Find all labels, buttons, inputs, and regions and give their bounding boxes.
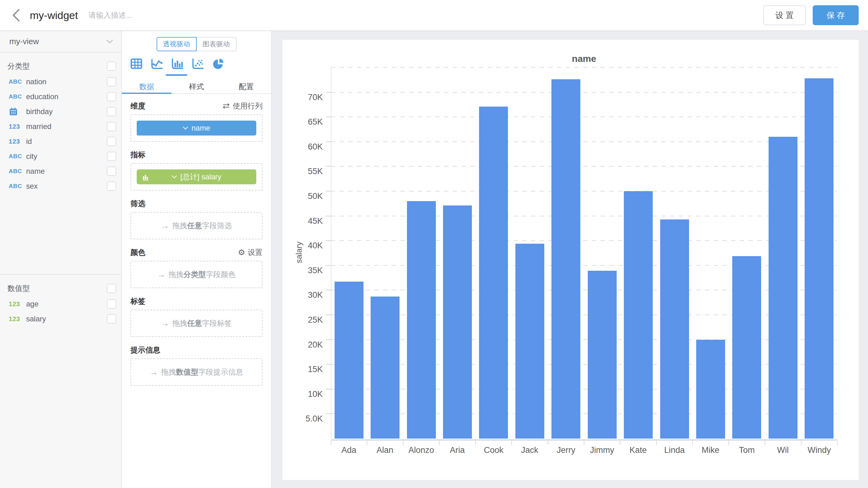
bar-Linda[interactable] (660, 219, 689, 438)
chart-type-table[interactable] (129, 57, 144, 70)
field-row-married[interactable]: 123married (0, 119, 121, 134)
field-row-birthday[interactable]: birthday (0, 104, 121, 119)
field-group: 数值型123age123salary (0, 275, 121, 326)
field-row-education[interactable]: ABCeducation (0, 89, 121, 104)
bar-Jimmy[interactable] (588, 271, 617, 438)
x-tick-label: Windy (801, 446, 837, 455)
mode-chart-driven[interactable]: 图表驱动 (197, 37, 237, 51)
field-row-sex[interactable]: ABCsex (0, 179, 121, 194)
field-row-city[interactable]: ABCcity (0, 149, 121, 164)
color-settings-link[interactable]: ⚙ 设置 (238, 247, 262, 257)
mode-pivot-driven[interactable]: 透视驱动 (157, 37, 197, 51)
field-label: name (26, 167, 107, 176)
field-checkbox[interactable] (107, 107, 116, 116)
text-field-icon: ABC (9, 78, 26, 85)
bar-Ada[interactable] (335, 282, 364, 438)
field-checkbox[interactable] (107, 182, 116, 191)
bar-Alan[interactable] (371, 297, 400, 438)
save-button[interactable]: 保 存 (813, 5, 859, 25)
x-axis-tick (331, 441, 331, 445)
y-gridline (331, 142, 837, 142)
y-tick-label: 20K (285, 340, 323, 349)
x-tick-label: Jack (512, 446, 548, 455)
back-button[interactable] (7, 6, 26, 25)
field-checkbox[interactable] (107, 137, 116, 146)
label-section-label: 标签 (130, 296, 145, 306)
driver-mode-switch: 透视驱动 图表驱动 (157, 37, 237, 51)
bar-Jack[interactable] (516, 244, 544, 438)
bar-Tom[interactable] (732, 256, 761, 438)
group-checkbox[interactable] (107, 62, 116, 71)
y-axis-tick (326, 191, 331, 191)
filter-dropzone[interactable]: →拖拽任意字段筛选 (130, 212, 262, 239)
bar-Mike[interactable] (696, 340, 725, 438)
config-panel: 透视驱动 图表驱动 (122, 31, 272, 488)
y-tick-label: 45K (285, 217, 323, 225)
y-axis-tick (326, 389, 331, 390)
description-input[interactable] (89, 11, 219, 20)
color-dropzone[interactable]: →拖拽分类型字段颜色 (130, 261, 262, 288)
field-group: 分类型ABCnationABCeducationbirthday123marri… (0, 53, 121, 275)
tooltip-dropzone[interactable]: →拖拽数值型字段提示信息 (130, 358, 262, 386)
tab-data[interactable]: 数据 (122, 80, 172, 93)
bar-Cook[interactable] (479, 106, 508, 438)
field-row-name[interactable]: ABCname (0, 164, 121, 179)
chart-type-bar[interactable] (170, 57, 185, 70)
field-checkbox[interactable] (107, 92, 116, 101)
chart-type-pie[interactable] (211, 57, 225, 70)
bar-Jerry[interactable] (552, 79, 580, 438)
tab-config[interactable]: 配置 (221, 80, 271, 93)
y-tick-label: 40K (285, 241, 323, 250)
field-label: salary (26, 314, 107, 323)
use-rows-cols-link[interactable]: 使用行列 (222, 101, 262, 111)
group-checkbox[interactable] (107, 284, 116, 293)
bar-Windy[interactable] (805, 78, 834, 438)
y-tick-label: 5.0K (285, 414, 323, 423)
number-field-icon: 123 (9, 315, 26, 323)
field-row-salary[interactable]: 123salary (0, 311, 121, 326)
bar-Kate[interactable] (624, 191, 653, 438)
x-tick-label: Kate (620, 446, 656, 455)
main-content: my-view 分类型ABCnationABCeducationbirthday… (0, 31, 868, 488)
field-label: education (26, 92, 107, 101)
field-checkbox[interactable] (107, 122, 116, 131)
field-checkbox[interactable] (107, 314, 116, 324)
calendar-icon (9, 107, 26, 116)
dimension-dropzone[interactable]: name (130, 114, 262, 142)
chevron-down-icon (183, 126, 188, 130)
chart-type-active-indicator (165, 74, 187, 76)
field-checkbox[interactable] (107, 299, 116, 309)
bar-Alonzo[interactable] (407, 201, 436, 438)
field-row-id[interactable]: 123id (0, 134, 121, 149)
bar-Wil[interactable] (769, 137, 798, 438)
field-row-nation[interactable]: ABCnation (0, 74, 121, 89)
metric-pill-salary[interactable]: [总计] salary (137, 170, 256, 184)
tab-style[interactable]: 样式 (172, 80, 221, 93)
chart-type-line[interactable] (150, 57, 164, 70)
label-dropzone[interactable]: →拖拽任意字段标签 (130, 310, 262, 337)
field-checkbox[interactable] (107, 152, 116, 161)
metric-dropzone[interactable]: [总计] salary (130, 163, 262, 190)
field-row-age[interactable]: 123age (0, 297, 121, 311)
chart-area: name salary 5.0K10K15K20K25K30K35K40K45K… (272, 31, 868, 488)
view-selector[interactable]: my-view (0, 31, 121, 53)
group-header: 数值型 (0, 280, 121, 297)
metric-section: 指标 [总计] salary (130, 150, 262, 190)
settings-button[interactable]: 设 置 (763, 5, 806, 25)
chart-type-scatter[interactable] (191, 57, 205, 70)
dimension-pill-name[interactable]: name (137, 121, 256, 135)
chart-card: name salary 5.0K10K15K20K25K30K35K40K45K… (282, 40, 859, 480)
x-tick-label: Mike (692, 446, 728, 455)
pie-chart-icon (212, 58, 225, 70)
field-checkbox[interactable] (107, 166, 116, 176)
number-field-icon: 123 (9, 123, 26, 130)
text-field-icon: ABC (9, 183, 26, 190)
y-axis-tick (326, 142, 331, 142)
field-label: sex (26, 182, 107, 190)
arrow-right-icon: → (150, 367, 158, 377)
field-checkbox[interactable] (107, 77, 116, 86)
metric-label: 指标 (130, 150, 145, 160)
y-axis-tick (326, 117, 331, 117)
bar-Aria[interactable] (443, 206, 472, 438)
y-axis-line (331, 67, 332, 438)
